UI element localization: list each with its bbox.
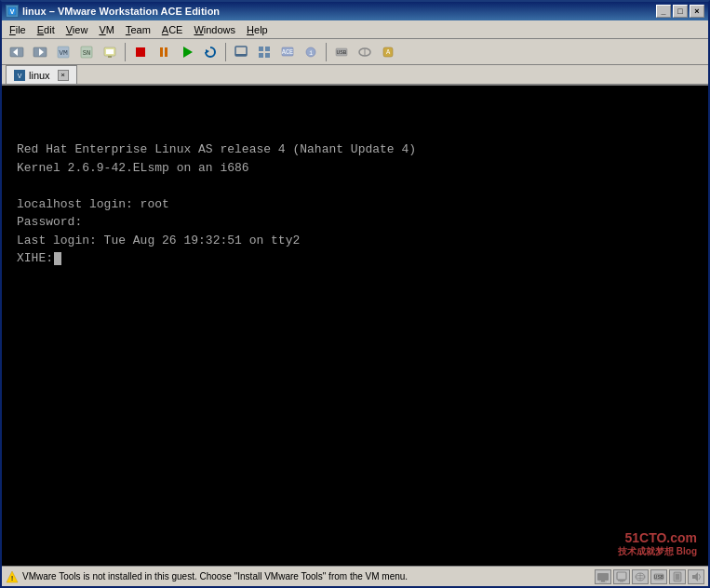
toolbar-btn-t3[interactable]: A xyxy=(377,42,399,62)
toolbar-sep-2 xyxy=(225,43,226,61)
toolbar-btn-stop[interactable] xyxy=(129,42,152,62)
toolbar-btn-play[interactable] xyxy=(176,42,198,62)
toolbar-btn-view3[interactable]: ACE xyxy=(276,42,299,62)
menu-edit[interactable]: Edit xyxy=(32,20,60,38)
toolbar-sep-1 xyxy=(125,43,126,61)
terminal-line-6: Password: xyxy=(17,213,693,232)
toolbar-btn-view4[interactable]: i xyxy=(300,42,322,62)
status-icon-4[interactable]: USB xyxy=(650,569,667,584)
toolbar-group-4: USB A xyxy=(330,42,399,62)
svg-text:V: V xyxy=(10,8,15,15)
menu-help-label: Help xyxy=(247,24,268,35)
svg-rect-42 xyxy=(618,580,625,581)
terminal-line-7: Last login: Tue Aug 26 19:32:51 on tty2 xyxy=(17,232,693,250)
menu-team[interactable]: Team xyxy=(120,20,156,38)
toolbar-group-2 xyxy=(129,42,221,62)
title-bar-left: V linux – VMware Workstation ACE Edition xyxy=(6,5,220,18)
terminal-line-2: Red Hat Enterprise Linux AS release 4 (N… xyxy=(17,140,693,159)
menu-file-label: File xyxy=(9,24,26,35)
svg-rect-38 xyxy=(597,573,609,581)
terminal-line-4 xyxy=(17,177,693,195)
menu-ace-label: ACE xyxy=(162,24,183,35)
terminal-cursor xyxy=(54,252,61,265)
menu-windows-label: Windows xyxy=(194,24,235,35)
close-button[interactable]: × xyxy=(690,5,704,18)
toolbar-btn-fullscreen[interactable] xyxy=(230,42,252,62)
vm-console-area[interactable]: Red Hat Enterprise Linux AS release 4 (N… xyxy=(2,86,708,566)
status-icon-1[interactable] xyxy=(595,569,611,584)
terminal-line-5: localhost login: root xyxy=(17,195,693,214)
svg-rect-40 xyxy=(599,581,607,582)
svg-rect-21 xyxy=(265,47,270,51)
svg-text:USB: USB xyxy=(337,49,347,56)
menu-vm-label: VM xyxy=(99,24,114,35)
status-icon-2[interactable] xyxy=(613,569,630,584)
svg-text:ACE: ACE xyxy=(282,48,294,56)
svg-text:!: ! xyxy=(11,574,14,582)
menu-bar: File Edit View VM Team ACE Windows Help xyxy=(2,20,708,39)
svg-rect-13 xyxy=(136,47,145,57)
toolbar-group-3: ACE i xyxy=(230,42,322,62)
svg-rect-39 xyxy=(601,581,605,582)
toolbar-sep-3 xyxy=(326,43,327,61)
window-title: linux – VMware Workstation ACE Edition xyxy=(22,6,220,17)
toolbar-group-1: VM SN xyxy=(6,42,121,62)
menu-view-label: View xyxy=(66,24,88,35)
menu-file[interactable]: File xyxy=(4,20,32,38)
toolbar-btn-pause[interactable] xyxy=(153,42,175,62)
toolbar-btn-t2[interactable] xyxy=(354,42,376,62)
status-warning-text: VMware Tools is not installed in this gu… xyxy=(22,571,591,581)
toolbar-btn-reset[interactable] xyxy=(199,42,221,62)
svg-rect-23 xyxy=(265,53,270,58)
svg-marker-17 xyxy=(206,49,209,54)
watermark-line2: 技术成就梦想 Blog xyxy=(618,545,697,558)
svg-rect-11 xyxy=(106,49,114,54)
warning-icon: ! xyxy=(6,570,19,583)
svg-text:VM: VM xyxy=(59,48,68,57)
vm-console[interactable]: Red Hat Enterprise Linux AS release 4 (N… xyxy=(2,86,708,566)
status-icon-5[interactable] xyxy=(669,569,686,584)
content-area: V linux × Red Hat Enterprise Linux AS re… xyxy=(2,65,708,566)
toolbar-btn-4[interactable]: SN xyxy=(75,42,98,62)
toolbar-btn-unity[interactable] xyxy=(253,42,275,62)
menu-help[interactable]: Help xyxy=(241,20,274,38)
menu-view[interactable]: View xyxy=(60,20,94,38)
app-icon: V xyxy=(6,5,19,18)
title-bar: V linux – VMware Workstation ACE Edition… xyxy=(2,2,708,20)
status-right-icons: USB xyxy=(595,569,704,584)
app-window: V linux – VMware Workstation ACE Edition… xyxy=(0,0,710,588)
terminal-line-3: Kernel 2.6.9-42.ELsmp on an i686 xyxy=(17,159,693,178)
menu-team-label: Team xyxy=(126,24,151,35)
toolbar: VM SN xyxy=(2,39,708,65)
menu-edit-label: Edit xyxy=(37,24,55,35)
status-icon-3[interactable] xyxy=(632,569,649,584)
vm-tab-linux[interactable]: V linux × xyxy=(6,65,77,84)
svg-text:V: V xyxy=(18,73,22,79)
toolbar-btn-snapshot[interactable] xyxy=(99,42,121,62)
title-bar-buttons: _ □ × xyxy=(656,5,704,18)
vm-tab-bar: V linux × xyxy=(2,65,708,86)
menu-ace[interactable]: ACE xyxy=(156,20,189,38)
terminal-content: Red Hat Enterprise Linux AS release 4 (N… xyxy=(2,86,708,287)
toolbar-btn-back[interactable] xyxy=(6,42,28,62)
menu-vm[interactable]: VM xyxy=(93,20,120,38)
toolbar-btn-t1[interactable]: USB xyxy=(330,42,353,62)
svg-marker-16 xyxy=(183,47,193,58)
toolbar-btn-3[interactable]: VM xyxy=(52,42,74,62)
svg-rect-20 xyxy=(259,47,263,51)
terminal-line-8: XIHE: xyxy=(17,249,693,268)
status-icon-audio[interactable] xyxy=(688,569,704,584)
svg-rect-41 xyxy=(617,572,626,580)
svg-rect-22 xyxy=(259,53,263,58)
svg-rect-15 xyxy=(165,47,167,57)
terminal-line-1 xyxy=(17,123,693,141)
vm-tab-label: linux xyxy=(29,70,50,81)
svg-marker-53 xyxy=(692,572,698,581)
toolbar-btn-forward[interactable] xyxy=(29,42,51,62)
vm-tab-icon: V xyxy=(14,70,25,81)
minimize-button[interactable]: _ xyxy=(656,5,671,18)
watermark-line1: 51CTO.com xyxy=(618,530,697,545)
maximize-button[interactable]: □ xyxy=(673,5,688,18)
menu-windows[interactable]: Windows xyxy=(188,20,241,38)
vm-tab-close[interactable]: × xyxy=(58,70,69,81)
